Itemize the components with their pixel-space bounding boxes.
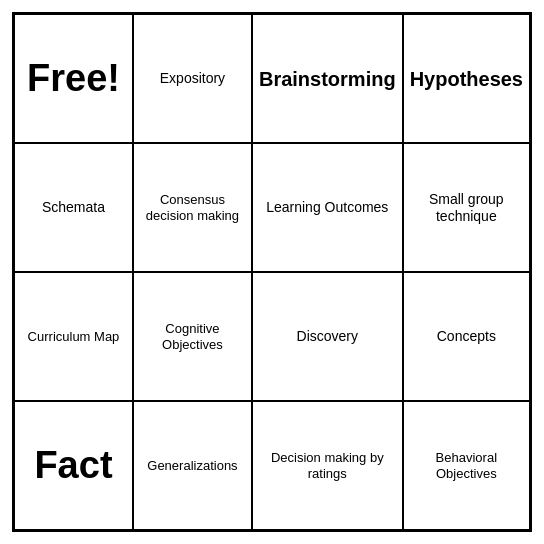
cell-text-r2c2: Discovery	[297, 328, 358, 345]
cell-text-r1c0: Schemata	[42, 199, 105, 216]
cell-r2c2: Discovery	[252, 272, 403, 401]
cell-text-r1c2: Learning Outcomes	[266, 199, 388, 216]
cell-r2c0: Curriculum Map	[14, 272, 133, 401]
cell-r2c3: Concepts	[403, 272, 530, 401]
cell-r2c1: Cognitive Objectives	[133, 272, 252, 401]
cell-text-r3c3: Behavioral Objectives	[410, 450, 523, 481]
cell-r3c1: Generalizations	[133, 401, 252, 530]
cell-text-r3c2: Decision making by ratings	[259, 450, 396, 481]
cell-r0c2: Brainstorming	[252, 14, 403, 143]
cell-text-r1c1: Consensus decision making	[140, 192, 245, 223]
bingo-board: Free! Expository Brainstorming Hypothese…	[12, 12, 532, 532]
cell-r1c0: Schemata	[14, 143, 133, 272]
cell-text-r0c1: Expository	[160, 70, 225, 87]
cell-r0c3: Hypotheses	[403, 14, 530, 143]
cell-r1c2: Learning Outcomes	[252, 143, 403, 272]
cell-text-r0c0: Free!	[27, 56, 120, 102]
cell-r3c2: Decision making by ratings	[252, 401, 403, 530]
cell-text-r2c3: Concepts	[437, 328, 496, 345]
cell-text-r3c0: Fact	[34, 443, 112, 489]
cell-r0c1: Expository	[133, 14, 252, 143]
cell-r1c1: Consensus decision making	[133, 143, 252, 272]
cell-text-r0c2: Brainstorming	[259, 67, 396, 91]
cell-text-r3c1: Generalizations	[147, 458, 237, 474]
cell-r3c0: Fact	[14, 401, 133, 530]
cell-text-r2c0: Curriculum Map	[28, 329, 120, 345]
cell-r0c0: Free!	[14, 14, 133, 143]
cell-text-r1c3: Small group technique	[410, 191, 523, 225]
cell-text-r2c1: Cognitive Objectives	[140, 321, 245, 352]
cell-text-r0c3: Hypotheses	[410, 67, 523, 91]
cell-r3c3: Behavioral Objectives	[403, 401, 530, 530]
cell-r1c3: Small group technique	[403, 143, 530, 272]
